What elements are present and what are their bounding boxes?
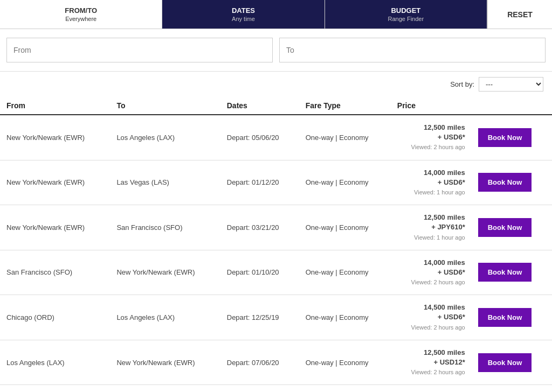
cell-book-1: Book Now bbox=[472, 160, 552, 205]
book-button-2[interactable]: Book Now bbox=[478, 218, 532, 237]
col-dates: Dates bbox=[220, 97, 299, 115]
cell-to-3: New York/Newark (EWR) bbox=[110, 250, 220, 295]
tab-from-to[interactable]: FROM/TO Everywhere bbox=[0, 0, 162, 29]
to-input[interactable] bbox=[279, 38, 546, 62]
cell-price-5: 12,500 miles+ USD12* Viewed: 2 hours ago bbox=[391, 340, 472, 385]
col-from: From bbox=[0, 97, 110, 115]
cell-from-3: San Francisco (SFO) bbox=[0, 250, 110, 295]
cell-dates-1: Depart: 01/12/20 bbox=[220, 160, 299, 205]
cell-price-2: 12,500 miles+ JPY610* Viewed: 1 hour ago bbox=[391, 205, 472, 250]
cell-dates-4: Depart: 12/25/19 bbox=[220, 295, 299, 340]
price-viewed-1: Viewed: 1 hour ago bbox=[414, 189, 465, 195]
cell-book-3: Book Now bbox=[472, 250, 552, 295]
cell-book-5: Book Now bbox=[472, 340, 552, 385]
cell-price-3: 14,000 miles+ USD6* Viewed: 2 hours ago bbox=[391, 250, 472, 295]
col-price: Price bbox=[391, 97, 472, 115]
tab-from-to-label: FROM/TO bbox=[9, 6, 153, 15]
book-button-3[interactable]: Book Now bbox=[478, 263, 532, 282]
price-viewed-3: Viewed: 2 hours ago bbox=[411, 279, 465, 285]
price-viewed-2: Viewed: 1 hour ago bbox=[414, 234, 465, 241]
col-to: To bbox=[110, 97, 220, 115]
sort-select[interactable]: --- bbox=[479, 77, 543, 92]
cell-fare-3: One-way | Economy bbox=[299, 250, 391, 295]
cell-fare-0: One-way | Economy bbox=[299, 115, 391, 160]
price-viewed-5: Viewed: 2 hours ago bbox=[411, 369, 465, 375]
cell-dates-0: Depart: 05/06/20 bbox=[220, 115, 299, 160]
cell-book-0: Book Now bbox=[472, 115, 552, 160]
col-action bbox=[472, 97, 552, 115]
tab-dates-label: DATES bbox=[171, 6, 315, 15]
book-button-0[interactable]: Book Now bbox=[478, 128, 532, 147]
cell-fare-1: One-way | Economy bbox=[299, 160, 391, 205]
cell-to-1: Las Vegas (LAS) bbox=[110, 160, 220, 205]
price-viewed-4: Viewed: 2 hours ago bbox=[411, 324, 465, 331]
table-row: New York/Newark (EWR) San Francisco (SFO… bbox=[0, 205, 552, 250]
table-row: New York/Newark (EWR) Los Angeles (LAX) … bbox=[0, 115, 552, 160]
cell-price-4: 14,500 miles+ USD6* Viewed: 2 hours ago bbox=[391, 295, 472, 340]
tab-reset[interactable]: RESET bbox=[487, 0, 552, 29]
tab-from-to-sub: Everywhere bbox=[9, 16, 153, 22]
cell-from-5: Los Angeles (LAX) bbox=[0, 340, 110, 385]
book-button-4[interactable]: Book Now bbox=[478, 308, 532, 327]
table-row: San Francisco (SFO) New York/Newark (EWR… bbox=[0, 250, 552, 295]
cell-book-2: Book Now bbox=[472, 205, 552, 250]
sort-bar: Sort by: --- bbox=[0, 72, 552, 97]
tab-dates[interactable]: DATES Any time bbox=[162, 0, 325, 29]
col-fare-type: Fare Type bbox=[299, 97, 391, 115]
book-button-5[interactable]: Book Now bbox=[478, 353, 532, 372]
tab-budget-sub: Range Finder bbox=[334, 16, 478, 22]
sort-label: Sort by: bbox=[450, 80, 474, 88]
tabs-bar: FROM/TO Everywhere DATES Any time BUDGET… bbox=[0, 0, 552, 29]
table-row: Los Angeles (LAX) New York/Newark (EWR) … bbox=[0, 340, 552, 385]
cell-from-4: Chicago (ORD) bbox=[0, 295, 110, 340]
cell-from-2: New York/Newark (EWR) bbox=[0, 205, 110, 250]
cell-fare-4: One-way | Economy bbox=[299, 295, 391, 340]
cell-dates-2: Depart: 03/21/20 bbox=[220, 205, 299, 250]
cell-book-4: Book Now bbox=[472, 295, 552, 340]
cell-to-4: Los Angeles (LAX) bbox=[110, 295, 220, 340]
cell-dates-5: Depart: 07/06/20 bbox=[220, 340, 299, 385]
book-button-1[interactable]: Book Now bbox=[478, 173, 532, 192]
tab-budget-label: BUDGET bbox=[334, 6, 478, 15]
price-viewed-0: Viewed: 2 hours ago bbox=[411, 144, 465, 150]
search-bar bbox=[0, 29, 552, 72]
table-row: Chicago (ORD) Los Angeles (LAX) Depart: … bbox=[0, 295, 552, 340]
cell-from-0: New York/Newark (EWR) bbox=[0, 115, 110, 160]
cell-from-1: New York/Newark (EWR) bbox=[0, 160, 110, 205]
table-header-row: From To Dates Fare Type Price bbox=[0, 97, 552, 115]
cell-fare-5: One-way | Economy bbox=[299, 340, 391, 385]
table-row: New York/Newark (EWR) Las Vegas (LAS) De… bbox=[0, 160, 552, 205]
from-input[interactable] bbox=[6, 38, 273, 62]
tab-dates-sub: Any time bbox=[171, 16, 315, 22]
cell-to-5: New York/Newark (EWR) bbox=[110, 340, 220, 385]
cell-price-1: 14,000 miles+ USD6* Viewed: 1 hour ago bbox=[391, 160, 472, 205]
results-table: From To Dates Fare Type Price New York/N… bbox=[0, 97, 552, 385]
cell-dates-3: Depart: 01/10/20 bbox=[220, 250, 299, 295]
cell-to-2: San Francisco (SFO) bbox=[110, 205, 220, 250]
cell-price-0: 12,500 miles+ USD6* Viewed: 2 hours ago bbox=[391, 115, 472, 160]
cell-fare-2: One-way | Economy bbox=[299, 205, 391, 250]
tab-budget[interactable]: BUDGET Range Finder bbox=[325, 0, 487, 29]
cell-to-0: Los Angeles (LAX) bbox=[110, 115, 220, 160]
